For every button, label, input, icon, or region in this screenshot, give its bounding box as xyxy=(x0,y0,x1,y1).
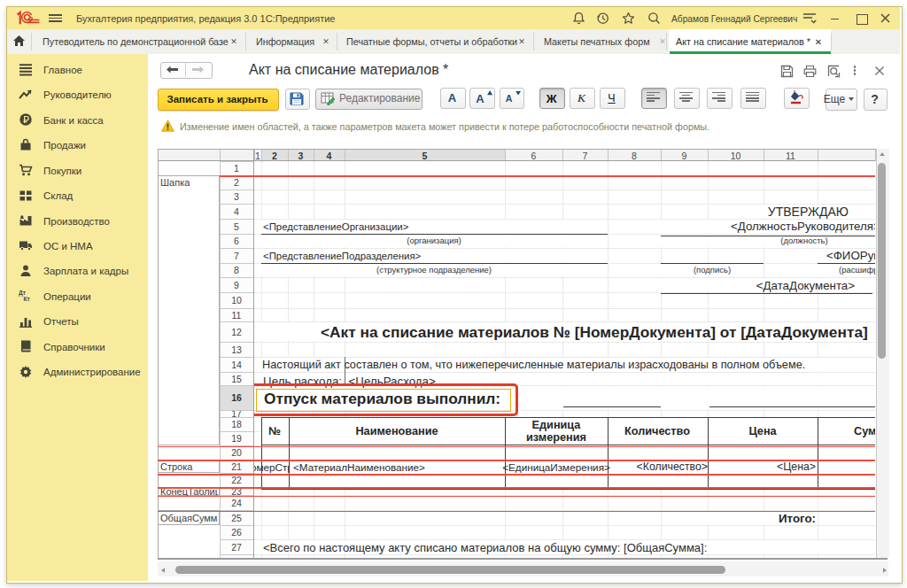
svg-text:Кт: Кт xyxy=(24,296,30,302)
